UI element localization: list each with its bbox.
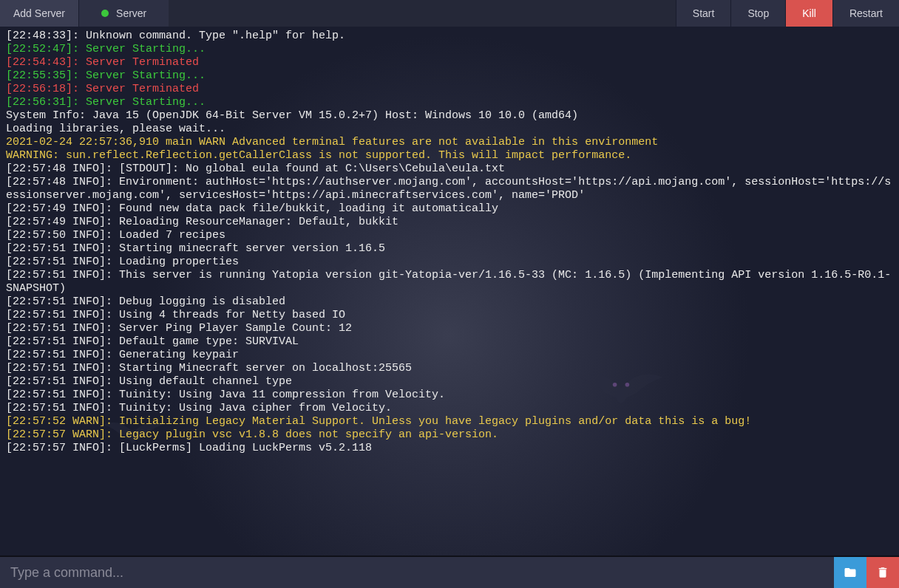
console-line: [22:56:18]: Server Terminated <box>6 83 893 96</box>
console-line: [22:57:57 INFO]: [LuckPerms] Loading Luc… <box>6 442 893 455</box>
console-line: 2021-02-24 22:57:36,910 main WARN Advanc… <box>6 136 893 149</box>
clear-console-button[interactable] <box>866 557 899 588</box>
command-input[interactable] <box>0 557 834 588</box>
console-line: [22:57:51 INFO]: Tuinity: Using Java 11 … <box>6 389 893 402</box>
console-line: [22:57:51 INFO]: Tuinity: Using Java cip… <box>6 402 893 415</box>
console-line: System Info: Java 15 (OpenJDK 64-Bit Ser… <box>6 109 893 123</box>
console-line: [22:48:33]: Unknown command. Type ".help… <box>6 30 893 43</box>
kill-button[interactable]: Kill <box>785 0 832 27</box>
console-line: [22:57:51 INFO]: Starting minecraft serv… <box>6 242 893 256</box>
console-line: [22:57:51 INFO]: Starting Minecraft serv… <box>6 362 893 375</box>
bottom-bar <box>0 555 899 588</box>
console-line: [22:57:49 INFO]: Reloading ResourceManag… <box>6 216 893 229</box>
console-line: [22:57:51 INFO]: Server Ping Player Samp… <box>6 322 893 335</box>
top-toolbar: Add Server Server Start Stop Kill Restar… <box>0 0 899 27</box>
server-tab[interactable]: Server <box>79 0 169 27</box>
status-indicator-icon <box>101 10 109 17</box>
console-line: [22:57:48 INFO]: Environment: authHost='… <box>6 176 893 202</box>
server-tab-label: Server <box>116 7 146 19</box>
console-line: [22:55:35]: Server Starting... <box>6 69 893 83</box>
console-line: [22:56:31]: Server Starting... <box>6 96 893 109</box>
console-line: [22:57:48 INFO]: [STDOUT]: No global eul… <box>6 163 893 176</box>
console-line: [22:57:51 INFO]: Default game type: SURV… <box>6 335 893 349</box>
console-line: [22:57:51 INFO]: Using default channel t… <box>6 375 893 389</box>
trash-icon <box>876 566 889 579</box>
console-line: [22:57:49 INFO]: Found new data pack fil… <box>6 202 893 216</box>
start-button[interactable]: Start <box>676 0 731 27</box>
stop-button[interactable]: Stop <box>730 0 785 27</box>
console-line: [22:57:51 INFO]: Generating keypair <box>6 349 893 362</box>
console-line: [22:57:57 WARN]: Legacy plugin vsc v1.8.… <box>6 428 893 442</box>
console-line: [22:57:51 INFO]: Loading properties <box>6 256 893 269</box>
console-line: [22:57:51 INFO]: This server is running … <box>6 269 893 295</box>
console-line: [22:54:43]: Server Terminated <box>6 56 893 69</box>
folder-icon <box>844 566 857 579</box>
console-line: [22:57:50 INFO]: Loaded 7 recipes <box>6 229 893 242</box>
console-line: [22:52:47]: Server Starting... <box>6 43 893 56</box>
console-output: [22:48:33]: Unknown command. Type ".help… <box>0 27 899 555</box>
console-line: [22:57:51 INFO]: Debug logging is disabl… <box>6 295 893 309</box>
console-line: [22:57:52 WARN]: Initializing Legacy Mat… <box>6 415 893 428</box>
console-line: Loading libraries, please wait... <box>6 123 893 136</box>
open-folder-button[interactable] <box>834 557 866 588</box>
add-server-button[interactable]: Add Server <box>0 0 79 27</box>
console-line: [22:57:51 INFO]: Using 4 threads for Net… <box>6 309 893 322</box>
toolbar-spacer <box>169 0 676 27</box>
console-line: WARNING: sun.reflect.Reflection.getCalle… <box>6 149 893 163</box>
restart-button[interactable]: Restart <box>832 0 899 27</box>
